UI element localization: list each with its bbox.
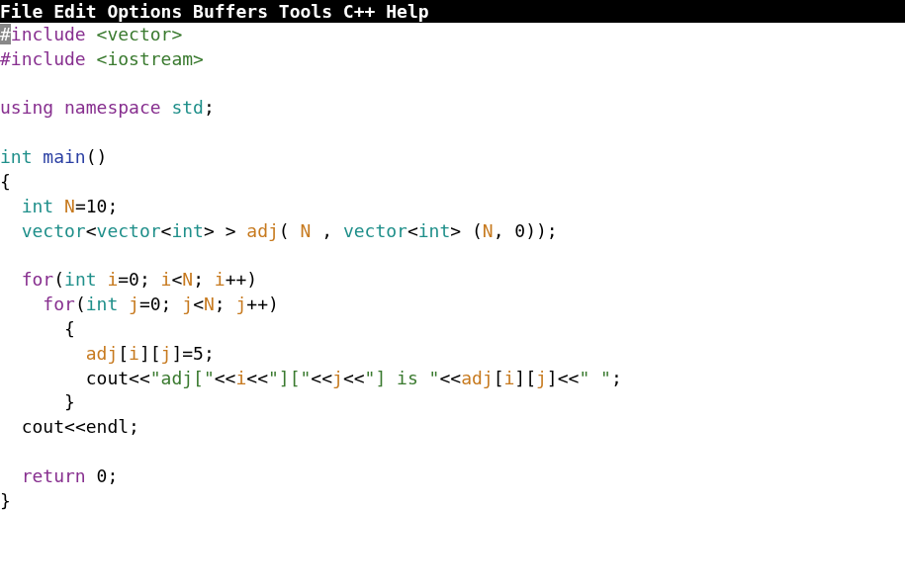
editor-buffer[interactable]: #include <vector> #include <iostream> us…: [0, 23, 905, 514]
code-line: }: [0, 490, 11, 511]
code-line: vector<vector<int> > adj( N , vector<int…: [0, 220, 558, 241]
code-line: int N=10;: [0, 196, 118, 216]
code-line: {: [0, 171, 11, 192]
menu-cpp[interactable]: C++: [343, 1, 376, 22]
code-line: {: [0, 318, 75, 339]
menu-buffers[interactable]: Buffers: [193, 1, 268, 22]
code-line: cout<<endl;: [0, 416, 139, 437]
menu-tools[interactable]: Tools: [279, 1, 332, 22]
code-line: #include <vector>: [0, 24, 182, 44]
code-line: using namespace std;: [0, 97, 215, 118]
code-line: cout<<"adj["<<i<<"]["<<j<<"] is "<<adj[i…: [0, 368, 622, 388]
menu-options[interactable]: Options: [107, 1, 182, 22]
code-line: for(int i=0; i<N; i++): [0, 269, 257, 290]
code-line: for(int j=0; j<N; j++): [0, 294, 279, 314]
code-line: #include <iostream>: [0, 48, 204, 69]
code-line: }: [0, 391, 75, 412]
code-line: adj[i][j]=5;: [0, 343, 215, 364]
menu-file[interactable]: File: [0, 1, 43, 22]
menu-edit[interactable]: Edit: [53, 1, 96, 22]
menu-help[interactable]: Help: [386, 1, 428, 22]
code-line: return 0;: [0, 465, 118, 486]
cursor: #: [0, 24, 11, 44]
code-line: int main(): [0, 146, 107, 167]
menubar: File Edit Options Buffers Tools C++ Help: [0, 0, 905, 23]
